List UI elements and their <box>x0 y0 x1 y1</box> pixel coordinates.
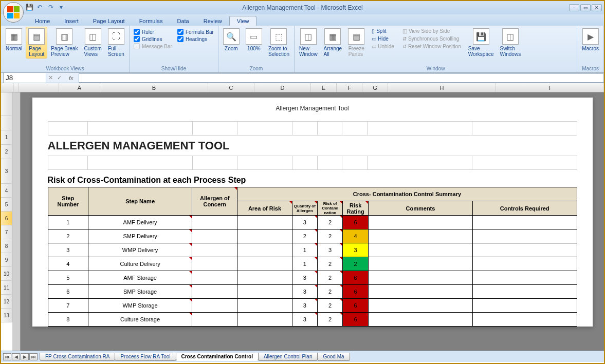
row-header[interactable]: 5 <box>1 198 12 212</box>
hide-icon: ▭ <box>372 36 376 42</box>
col-header-B[interactable]: B <box>100 83 208 92</box>
tab-review[interactable]: Review <box>196 16 229 26</box>
sheet-tab[interactable]: Allergen Control Plan <box>258 353 318 361</box>
row-header[interactable]: 1 <box>1 130 12 145</box>
row-header[interactable]: 8 <box>1 239 12 253</box>
sheet-next-icon[interactable]: ▶ <box>21 353 29 360</box>
table-row[interactable]: 7WMP Storage326 <box>48 299 577 313</box>
page-break-icon: ▥ <box>56 28 72 45</box>
split-button[interactable]: ▯Split <box>370 28 396 34</box>
group-zoom: 🔍Zoom ▭100% ⬚Zoom to Selection Zoom <box>218 26 295 72</box>
close-button[interactable]: ✕ <box>592 4 602 11</box>
sheet-prev-icon[interactable]: ◀ <box>12 353 20 360</box>
save-icon[interactable]: 💾 <box>26 4 34 12</box>
col-step-name: Step Name <box>88 187 192 216</box>
fx-cancel-icon[interactable]: ✕ <box>46 74 55 81</box>
col-header-F[interactable]: F <box>337 83 362 92</box>
sheet-tab[interactable]: Cross Contamination Control <box>176 353 259 361</box>
data-table[interactable]: Step Number Step Name Allergen of Concer… <box>48 187 577 327</box>
sheet-tab[interactable]: Process Flow RA Tool <box>115 353 176 361</box>
row-header[interactable]: 9 <box>1 253 12 267</box>
col-allergen: Allergen of Concern <box>192 187 237 216</box>
minimize-button[interactable]: – <box>569 4 579 11</box>
row-header[interactable]: 2 <box>1 145 12 159</box>
sheet-first-icon[interactable]: ⏮ <box>3 353 11 360</box>
row-header[interactable]: 13 <box>1 309 12 322</box>
table-row[interactable]: 8Culture Storage326 <box>48 313 577 327</box>
table-row[interactable]: 6SMP Storage326 <box>48 285 577 299</box>
unhide-icon: ▭ <box>372 44 376 49</box>
fx-enter-icon[interactable]: ✓ <box>55 74 64 81</box>
table-row[interactable]: 3WMP Delivery133 <box>48 243 577 257</box>
col-header-E[interactable]: E <box>311 83 337 92</box>
col-header-G[interactable]: G <box>362 83 388 92</box>
office-button[interactable] <box>3 2 24 23</box>
sheet-tab[interactable]: Good Ma <box>317 353 350 361</box>
select-all-corner[interactable] <box>1 83 13 92</box>
switch-windows-button[interactable]: ◫Switch Windows <box>498 27 524 59</box>
row-header[interactable]: 11 <box>1 281 12 295</box>
freeze-panes-button[interactable]: ▤Freeze Panes <box>345 27 367 59</box>
ruler-checkbox[interactable]: Ruler <box>134 29 172 35</box>
group-macros: ▶Macros Macros <box>577 26 604 72</box>
tab-home[interactable]: Home <box>28 16 57 26</box>
zoom-100-button[interactable]: ▭100% <box>243 27 265 53</box>
tab-data[interactable]: Data <box>170 16 196 26</box>
row-header[interactable]: 4 <box>1 184 12 198</box>
zoom-sel-icon: ⬚ <box>270 28 287 45</box>
arrange-all-button[interactable]: ▦Arrange All <box>321 27 345 59</box>
tab-insert[interactable]: Insert <box>57 16 86 26</box>
new-window-icon: ◫ <box>300 28 317 45</box>
name-box[interactable] <box>3 72 46 83</box>
custom-views-button[interactable]: ◫Custom Views <box>82 27 104 59</box>
col-header-A[interactable]: A <box>59 83 100 92</box>
unhide-button: ▭Unhide <box>370 43 396 50</box>
table-row[interactable]: 4Culture Delivery122 <box>48 257 577 271</box>
col-area: Area of Risk <box>237 201 292 216</box>
page-break-preview-button[interactable]: ▥Page Break Preview <box>48 27 80 59</box>
sheet-last-icon[interactable]: ⏭ <box>29 353 38 360</box>
row-header[interactable]: 10 <box>1 267 12 281</box>
table-row[interactable]: 1AMF Delivery326 <box>48 216 577 229</box>
table-row[interactable]: 5AMF Storage326 <box>48 271 577 285</box>
custom-views-icon: ◫ <box>85 28 101 45</box>
tab-formulas[interactable]: Formulas <box>132 16 170 26</box>
row-header[interactable] <box>1 92 12 116</box>
new-window-button[interactable]: ◫New Window <box>297 27 320 59</box>
row-header[interactable]: 6 <box>1 212 12 225</box>
macros-button[interactable]: ▶Macros <box>579 27 601 53</box>
gridlines-checkbox[interactable]: Gridlines <box>134 36 172 42</box>
table-row[interactable]: 2SMP Delivery224 <box>48 229 577 243</box>
sbs-icon: ◫ <box>402 28 407 34</box>
page-layout-button[interactable]: ▤Page Layout <box>26 27 47 59</box>
col-header-C[interactable]: C <box>208 83 254 92</box>
doc-title: ALLERGEN MANAGEMENT TOOL <box>48 135 577 156</box>
full-screen-button[interactable]: ⛶Full Screen <box>105 27 127 59</box>
col-header-D[interactable]: D <box>254 83 311 92</box>
tab-view[interactable]: View <box>229 16 257 26</box>
qat-dropdown-icon[interactable]: ▾ <box>60 4 68 12</box>
tab-page-layout[interactable]: Page Layout <box>86 16 132 26</box>
hide-button[interactable]: ▭Hide <box>370 35 396 42</box>
row-header[interactable]: 7 <box>1 225 12 239</box>
formula-bar-checkbox[interactable]: Formula Bar <box>177 29 214 35</box>
row-header[interactable]: 3 <box>1 159 12 184</box>
formula-input[interactable] <box>79 73 604 83</box>
col-header-I[interactable]: I <box>496 83 604 92</box>
office-logo-icon <box>7 6 20 18</box>
maximize-button[interactable]: ▭ <box>580 4 591 11</box>
ribbon-tabs: HomeInsertPage LayoutFormulasDataReviewV… <box>1 14 604 26</box>
group-show-hide: Ruler Gridlines Message Bar Formula Bar … <box>130 26 218 72</box>
row-header[interactable]: 12 <box>1 295 12 309</box>
zoom-button[interactable]: 🔍Zoom <box>221 27 242 53</box>
redo-icon[interactable]: ↷ <box>48 4 57 12</box>
row-header[interactable] <box>1 116 12 130</box>
zoom-selection-button[interactable]: ⬚Zoom to Selection <box>266 27 292 59</box>
undo-icon[interactable]: ↶ <box>37 4 45 12</box>
sheet-tab[interactable]: FP Cross Contamination RA <box>40 353 115 361</box>
fx-icon[interactable]: fx <box>64 75 79 81</box>
normal-view-button[interactable]: ▦Normal <box>3 27 25 53</box>
save-workspace-button[interactable]: 💾Save Workspace <box>466 27 497 59</box>
col-header-H[interactable]: H <box>388 83 496 92</box>
headings-checkbox[interactable]: Headings <box>177 36 214 42</box>
